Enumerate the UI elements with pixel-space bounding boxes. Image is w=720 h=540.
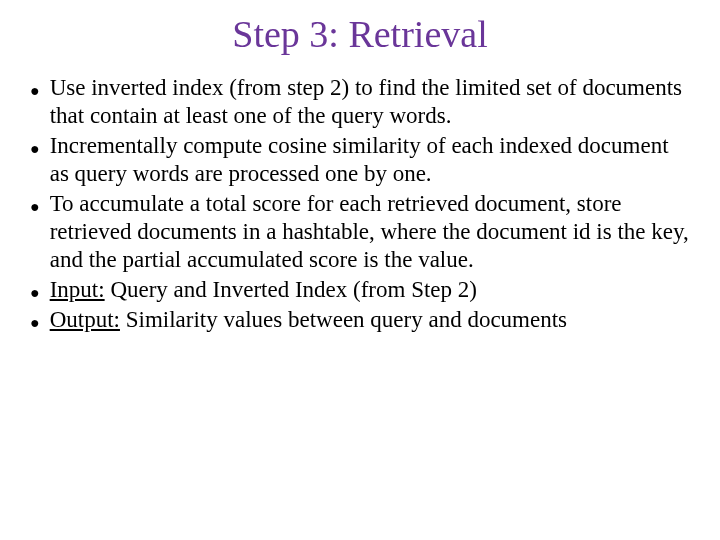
bullet-text: Output: Similarity values between query … xyxy=(50,306,690,334)
bullet-text: Input: Query and Inverted Index (from St… xyxy=(50,276,690,304)
bullet-text: Incrementally compute cosine similarity … xyxy=(50,132,690,188)
list-item: ● Incrementally compute cosine similarit… xyxy=(30,132,690,188)
list-item: ● Output: Similarity values between quer… xyxy=(30,306,690,334)
slide-title: Step 3: Retrieval xyxy=(30,12,690,56)
bullet-icon: ● xyxy=(30,83,40,99)
bullet-icon: ● xyxy=(30,141,40,157)
bullet-text: To accumulate a total score for each ret… xyxy=(50,190,690,274)
list-item: ● To accumulate a total score for each r… xyxy=(30,190,690,274)
slide: Step 3: Retrieval ● Use inverted index (… xyxy=(0,0,720,334)
bullet-list: ● Use inverted index (from step 2) to fi… xyxy=(30,74,690,334)
bullet-text: Use inverted index (from step 2) to find… xyxy=(50,74,690,130)
bullet-icon: ● xyxy=(30,315,40,331)
bullet-icon: ● xyxy=(30,285,40,301)
list-item: ● Use inverted index (from step 2) to fi… xyxy=(30,74,690,130)
list-item: ● Input: Query and Inverted Index (from … xyxy=(30,276,690,304)
bullet-icon: ● xyxy=(30,199,40,215)
